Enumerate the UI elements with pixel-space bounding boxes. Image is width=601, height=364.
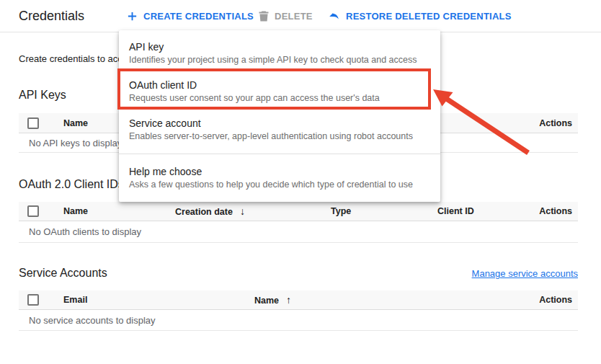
service-accounts-empty-text: No service accounts to display: [29, 315, 156, 326]
service-accounts-table-header: Email Name↑ Actions: [19, 290, 578, 310]
oauth-table-header: Name Creation date↓ Type Client ID Actio…: [19, 202, 578, 221]
column-header-actions: Actions: [539, 206, 572, 216]
select-all-checkbox[interactable]: [27, 117, 39, 129]
trash-icon: [259, 11, 269, 22]
restore-label: RESTORE DELETED CREDENTIALS: [346, 11, 512, 22]
select-all-checkbox[interactable]: [27, 205, 39, 217]
menu-item-description: Asks a few questions to help you decide …: [129, 179, 429, 190]
plus-icon: [127, 11, 138, 22]
menu-item-title: API key: [129, 41, 429, 53]
create-credentials-label: CREATE CREDENTIALS: [143, 11, 254, 22]
section-heading-service-accounts: Service Accounts: [19, 267, 107, 280]
delete-label: DELETE: [275, 11, 313, 22]
oauth-empty-row: No OAuth clients to display: [19, 221, 578, 243]
api-keys-empty-text: No API keys to display: [29, 138, 122, 148]
column-header-creation-date[interactable]: Creation date↓: [175, 205, 245, 217]
menu-item-title: Service account: [129, 117, 429, 129]
page-title: Credentials: [19, 9, 84, 24]
section-heading-api-keys: API Keys: [19, 89, 66, 102]
service-accounts-empty-row: No service accounts to display: [19, 310, 578, 331]
column-header-name[interactable]: Name: [63, 206, 88, 216]
menu-item-service-account[interactable]: Service account Enables server-to-server…: [119, 111, 440, 149]
delete-button[interactable]: DELETE: [259, 0, 313, 32]
menu-item-description: Identifies your project using a simple A…: [129, 55, 429, 66]
menu-item-title: OAuth client ID: [129, 79, 429, 91]
menu-item-title: Help me choose: [129, 166, 429, 177]
arrow-up-icon: ↑: [286, 294, 291, 306]
creation-date-label: Creation date: [175, 207, 233, 217]
name-label: Name: [254, 296, 279, 306]
section-heading-oauth-clients: OAuth 2.0 Client IDs: [19, 178, 124, 191]
column-header-name[interactable]: Name: [63, 118, 88, 128]
undo-arrow-icon: [328, 12, 340, 22]
manage-service-accounts-link[interactable]: Manage service accounts: [472, 268, 578, 279]
column-header-actions: Actions: [539, 295, 572, 305]
column-header-client-id[interactable]: Client ID: [437, 206, 474, 216]
select-all-checkbox[interactable]: [27, 294, 39, 306]
column-header-email[interactable]: Email: [63, 295, 87, 305]
column-header-name[interactable]: Name↑: [254, 294, 291, 306]
create-credentials-button[interactable]: CREATE CREDENTIALS: [127, 0, 254, 32]
menu-item-oauth-client-id[interactable]: OAuth client ID Requests user consent so…: [119, 73, 440, 111]
arrow-down-icon: ↓: [240, 205, 245, 217]
column-header-actions: Actions: [539, 118, 572, 128]
menu-item-help-me-choose[interactable]: Help me choose Asks a few questions to h…: [119, 154, 440, 197]
oauth-empty-text: No OAuth clients to display: [29, 226, 141, 237]
menu-item-description: Enables server-to-server, app-level auth…: [129, 131, 429, 142]
restore-deleted-credentials-button[interactable]: RESTORE DELETED CREDENTIALS: [328, 0, 512, 32]
menu-item-description: Requests user consent so your app can ac…: [129, 93, 429, 104]
menu-item-api-key[interactable]: API key Identifies your project using a …: [119, 35, 440, 73]
page-header: Credentials CREATE CREDENTIALS DELETE RE…: [0, 0, 601, 32]
column-header-type[interactable]: Type: [331, 206, 351, 216]
create-credentials-dropdown: API key Identifies your project using a …: [119, 30, 440, 202]
